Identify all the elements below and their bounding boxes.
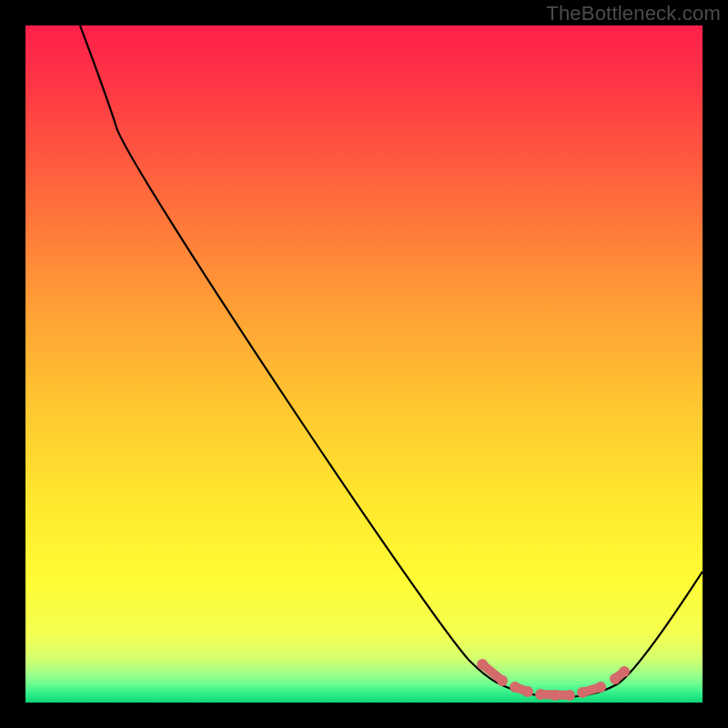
valley-dot [564, 690, 575, 701]
watermark-text: TheBottleneck.com [546, 2, 721, 25]
chart-container: TheBottleneck.com [0, 0, 728, 728]
valley-dot [522, 686, 533, 697]
gradient-background [25, 25, 703, 703]
valley-dot [510, 682, 521, 693]
valley-dot [535, 689, 546, 700]
valley-dot [497, 675, 508, 686]
bottleneck-chart [25, 25, 703, 703]
valley-dot [610, 673, 621, 684]
valley-dot [619, 666, 630, 677]
valley-dot [550, 690, 561, 701]
valley-dot [595, 682, 606, 693]
valley-dot [477, 659, 488, 670]
valley-dot [577, 687, 588, 698]
